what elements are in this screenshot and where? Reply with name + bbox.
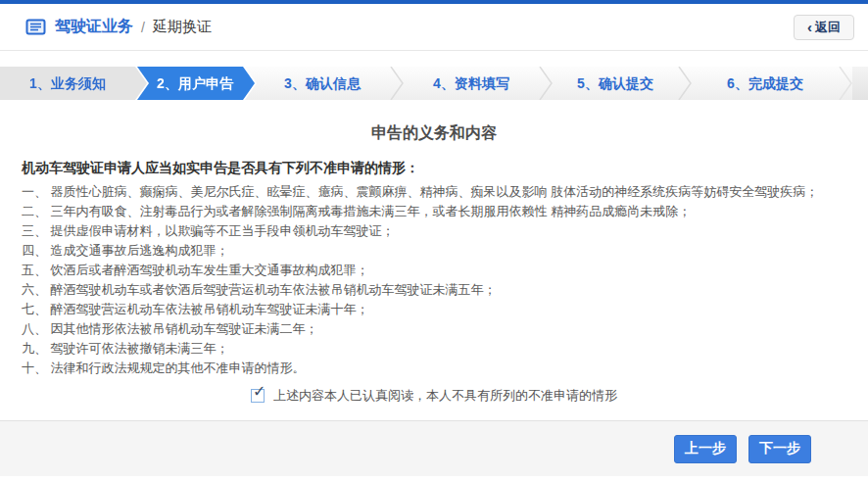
wizard-step-1-business-notice[interactable]: 1、业务须知 <box>0 67 147 100</box>
step-separator-icon <box>678 67 692 100</box>
header: 驾驶证业务 / 延期换证 ‹ 返回 <box>0 4 868 51</box>
back-button-label: 返回 <box>815 19 841 36</box>
wizard-trailing-area <box>852 67 868 100</box>
step-separator-icon <box>839 67 852 100</box>
wizard-step-4-fill-materials[interactable]: 4、资料填写 <box>404 67 539 100</box>
breadcrumb-separator: / <box>141 20 145 35</box>
declaration-intro: 机动车驾驶证申请人应当如实申告是否具有下列不准申请的情形： <box>22 160 846 177</box>
wizard-step-2-user-declaration[interactable]: 2、用户申告 <box>135 67 255 100</box>
declaration-item: 十、 法律和行政法规规定的其他不准申请的情形。 <box>22 359 850 378</box>
wizard-step-6-complete-submit[interactable]: 6、完成提交 <box>692 67 839 100</box>
declaration-content: 申告的义务和内容 机动车驾驶证申请人应当如实申告是否具有下列不准申请的情形： 一… <box>0 100 868 420</box>
chevron-left-icon: ‹ <box>807 19 812 35</box>
wizard-step-5-confirm-submit[interactable]: 5、确认提交 <box>553 67 678 100</box>
previous-step-button[interactable]: 上一步 <box>674 435 737 463</box>
step-separator-icon <box>390 67 404 100</box>
declaration-item: 五、 饮酒后或者醉酒驾驶机动车发生重大交通事故构成犯罪； <box>22 261 850 280</box>
breadcrumb-root[interactable]: 驾驶证业务 <box>55 17 133 37</box>
step-wizard: 1、业务须知 2、用户申告 3、确认信息 4、资料填写 5、确认提交 6、完成提… <box>0 67 868 100</box>
back-button[interactable]: ‹ 返回 <box>794 15 854 40</box>
declaration-item: 四、 造成交通事故后逃逸构成犯罪； <box>22 241 850 261</box>
declaration-item: 一、 器质性心脏病、癫痫病、美尼尔氏症、眩晕症、癔病、震颤麻痹、精神病、痴呆以及… <box>22 182 850 202</box>
declaration-item: 七、 醉酒驾驶营运机动车依法被吊销机动车驾驶证未满十年； <box>22 300 850 319</box>
declaration-item: 八、 因其他情形依法被吊销机动车驾驶证未满二年； <box>22 319 850 339</box>
declaration-item: 二、 三年内有吸食、注射毒品行为或者解除强制隔离戒毒措施未满三年，或者长期服用依… <box>22 202 850 221</box>
declaration-item: 三、 提供虚假申请材料，以欺骗等不正当手段申领机动车驾驶证； <box>22 221 850 241</box>
driver-license-renewal-page: 驾驶证业务 / 延期换证 ‹ 返回 1、业务须知 2、用户申告 3、确认信息 4… <box>0 0 868 481</box>
declaration-item: 九、 驾驶许可依法被撤销未满三年； <box>22 339 850 359</box>
breadcrumb-current: 延期换证 <box>153 18 212 36</box>
declaration-confirm-label: 上述内容本人已认真阅读，本人不具有所列的不准申请的情形 <box>273 387 617 405</box>
declaration-item-list: 一、 器质性心脏病、癫痫病、美尼尔氏症、眩晕症、癔病、震颤麻痹、精神病、痴呆以及… <box>22 182 850 378</box>
license-card-icon <box>25 19 46 35</box>
confirm-row: ✓ 上述内容本人已认真阅读，本人不具有所列的不准申请的情形 <box>0 387 868 405</box>
next-step-button[interactable]: 下一步 <box>748 435 811 463</box>
checkmark-icon: ✓ <box>253 384 265 400</box>
declaration-item: 六、 醉酒驾驶机动车或者饮酒后驾驶营运机动车依法被吊销机动车驾驶证未满五年； <box>22 280 850 300</box>
page-title: 申告的义务和内容 <box>0 123 868 144</box>
step-separator-icon <box>539 67 553 100</box>
declaration-confirm-checkbox[interactable]: ✓ <box>251 389 265 403</box>
footer-action-bar: 上一步 下一步 <box>0 420 868 476</box>
wizard-step-3-confirm-info[interactable]: 3、确认信息 <box>255 67 390 100</box>
